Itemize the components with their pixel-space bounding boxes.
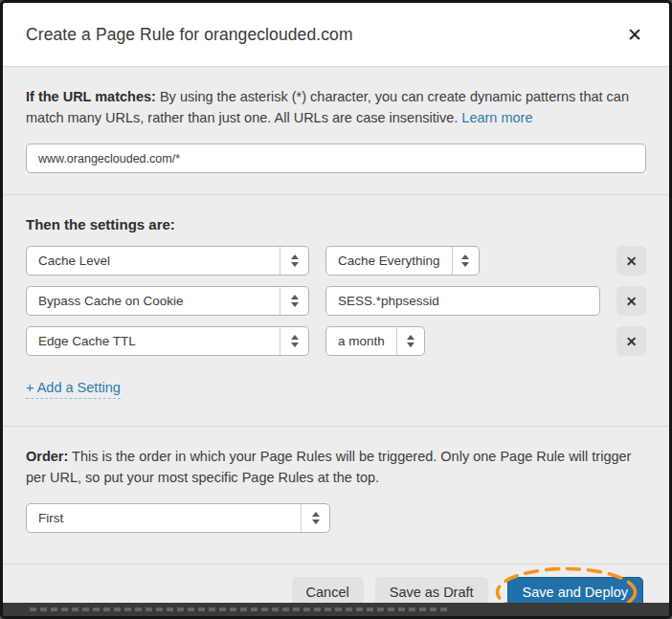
setting-select-bypass-cookie[interactable]: Bypass Cache on Cookie — [26, 286, 309, 316]
modal-header: Create a Page Rule for orangeclouded.com… — [3, 3, 669, 67]
add-setting-link[interactable]: + Add a Setting — [26, 380, 121, 399]
create-page-rule-modal: Create a Page Rule for orangeclouded.com… — [3, 3, 669, 603]
settings-section: Then the settings are: Cache Level Cache… — [3, 194, 669, 426]
chevron-updown-icon — [396, 327, 424, 355]
order-select-value: First — [27, 504, 301, 532]
remove-setting-icon[interactable]: ✕ — [616, 286, 646, 316]
chevron-updown-icon — [452, 247, 479, 275]
setting-select-value: Edge Cache TTL — [27, 327, 280, 355]
order-select[interactable]: First — [26, 503, 330, 533]
screenshot-frame: Create a Page Rule for orangeclouded.com… — [0, 0, 672, 619]
remove-setting-icon[interactable]: ✕ — [616, 246, 646, 276]
close-icon[interactable]: ✕ — [623, 22, 646, 48]
value-select-a-month[interactable]: a month — [325, 326, 425, 356]
setting-select-value: Bypass Cache on Cookie — [27, 287, 280, 315]
value-select-value: a month — [326, 327, 396, 355]
page-title: Create a Page Rule for orangeclouded.com — [26, 25, 353, 45]
setting-select-value: Cache Level — [27, 247, 280, 275]
value-select-value: Cache Everything — [326, 247, 452, 275]
url-match-section: If the URL matches: By using the asteris… — [3, 67, 669, 194]
save-as-draft-button[interactable]: Save as Draft — [375, 577, 488, 603]
modal-footer: Cancel Save as Draft Save and Deploy — [3, 564, 669, 603]
setting-select-cache-level[interactable]: Cache Level — [26, 246, 309, 276]
setting-row-bypass-cookie: Bypass Cache on Cookie ✕ — [26, 286, 646, 316]
chevron-updown-icon — [280, 287, 308, 315]
order-description: Order: This is the order in which your P… — [26, 446, 646, 488]
save-and-deploy-wrap: Save and Deploy — [507, 577, 643, 603]
cancel-button[interactable]: Cancel — [292, 577, 364, 603]
cookie-pattern-input[interactable] — [325, 286, 600, 316]
setting-row-cache-level: Cache Level Cache Everything ✕ — [26, 246, 646, 276]
chevron-updown-icon — [280, 247, 308, 275]
order-lead: Order: — [26, 449, 68, 464]
url-match-description: If the URL matches: By using the asteris… — [26, 86, 646, 128]
settings-heading: Then the settings are: — [26, 216, 646, 232]
background-page-strip — [3, 603, 669, 616]
setting-row-edge-cache-ttl: Edge Cache TTL a month ✕ — [26, 326, 646, 356]
chevron-updown-icon — [301, 504, 329, 532]
order-text: This is the order in which your Page Rul… — [26, 449, 631, 485]
save-and-deploy-button[interactable]: Save and Deploy — [507, 577, 643, 603]
learn-more-link[interactable]: Learn more — [461, 110, 532, 125]
url-match-lead: If the URL matches: — [26, 89, 156, 104]
remove-setting-icon[interactable]: ✕ — [616, 326, 646, 356]
url-pattern-input[interactable] — [26, 144, 646, 173]
setting-select-edge-cache-ttl[interactable]: Edge Cache TTL — [26, 326, 309, 356]
order-section: Order: This is the order in which your P… — [3, 426, 669, 564]
value-select-cache-everything[interactable]: Cache Everything — [325, 246, 480, 276]
chevron-updown-icon — [280, 327, 308, 355]
